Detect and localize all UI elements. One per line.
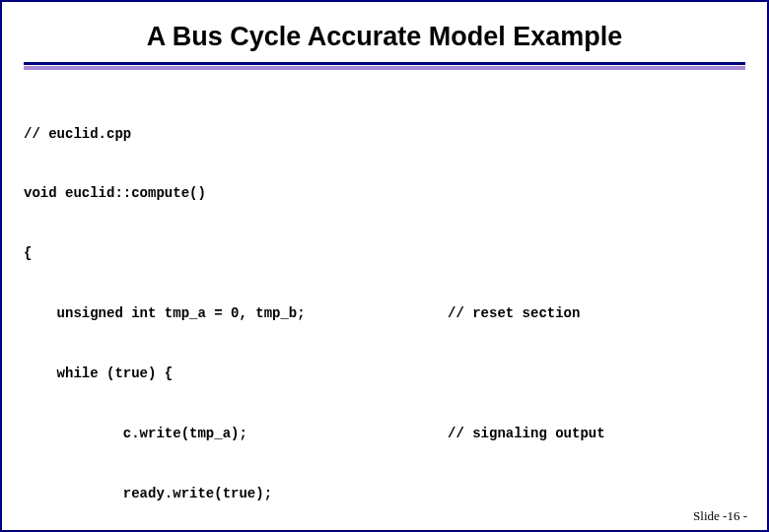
code-left: // euclid.cpp	[24, 124, 448, 144]
code-block: // euclid.cpp void euclid::compute() { u…	[24, 84, 745, 532]
code-line: void euclid::compute()	[24, 183, 745, 203]
divider-line-bottom	[24, 66, 745, 70]
code-left: void euclid::compute()	[24, 183, 448, 203]
code-left: ready.write(true);	[24, 484, 448, 503]
code-line: {	[24, 243, 745, 263]
slide-number: Slide -16 -	[693, 508, 747, 524]
code-line: ready.write(true);	[24, 484, 745, 503]
divider	[24, 62, 745, 70]
code-line: unsigned int tmp_a = 0, tmp_b;// reset s…	[24, 303, 745, 323]
code-left: while (true) {	[24, 364, 448, 383]
code-left: unsigned int tmp_a = 0, tmp_b;	[24, 303, 448, 323]
code-comment	[448, 243, 745, 263]
code-line: c.write(tmp_a);// signaling output	[24, 424, 745, 443]
code-left: c.write(tmp_a);	[24, 424, 448, 443]
code-line: // euclid.cpp	[24, 124, 745, 144]
code-comment	[448, 484, 745, 503]
code-comment: // reset section	[448, 303, 745, 323]
code-comment: // signaling output	[448, 424, 745, 443]
code-comment	[448, 183, 745, 203]
slide-title: A Bus Cycle Accurate Model Example	[24, 22, 745, 52]
code-line: while (true) {	[24, 364, 745, 383]
divider-line-top	[24, 62, 745, 65]
code-left: {	[24, 243, 448, 263]
code-comment	[448, 124, 745, 144]
slide-frame: A Bus Cycle Accurate Model Example // eu…	[0, 0, 769, 532]
code-comment	[448, 364, 745, 383]
